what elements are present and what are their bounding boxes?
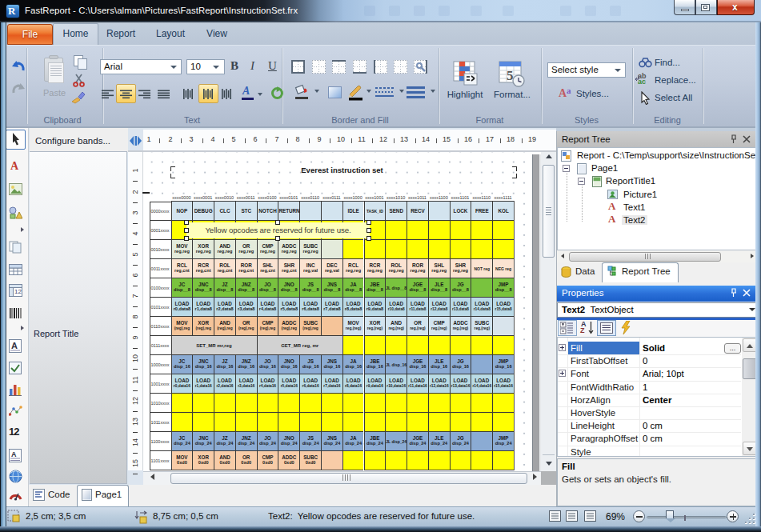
- svg-text:5: 5: [507, 68, 514, 83]
- svg-text:A: A: [11, 450, 17, 458]
- svg-text:12: 12: [14, 288, 22, 295]
- svg-text:A: A: [11, 341, 18, 350]
